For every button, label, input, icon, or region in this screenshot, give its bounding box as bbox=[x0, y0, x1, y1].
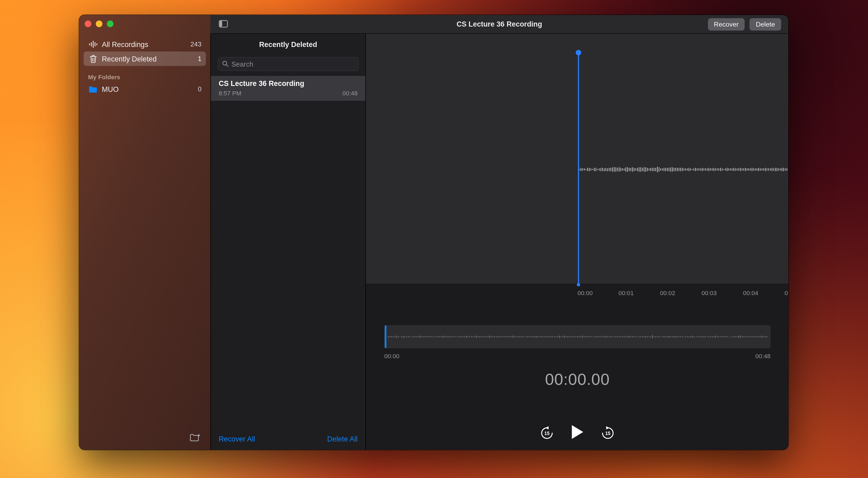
window-title: CS Lecture 36 Recording bbox=[210, 15, 788, 34]
transport-controls: 15 15 bbox=[384, 422, 771, 444]
sidebar: All Recordings 243 Recently Deleted 1 My… bbox=[79, 15, 210, 450]
skip-back-label: 15 bbox=[544, 430, 550, 436]
sidebar-item-count: 0 bbox=[198, 85, 202, 93]
new-folder-icon bbox=[190, 435, 200, 444]
sidebar-item-count: 1 bbox=[198, 55, 202, 63]
overview-scrubber[interactable] bbox=[384, 325, 771, 349]
delete-all-button[interactable]: Delete All bbox=[327, 435, 358, 443]
sidebar-item-folder-muo[interactable]: MUO 0 bbox=[84, 82, 206, 96]
recently-deleted-panel: Recently Deleted CS Lecture 36 Recording… bbox=[210, 34, 366, 450]
sidebar-list: All Recordings 243 Recently Deleted 1 My… bbox=[84, 37, 206, 96]
skip-forward-15-button[interactable]: 15 bbox=[601, 425, 615, 440]
recover-button[interactable]: Recover bbox=[708, 18, 745, 30]
recording-list-item[interactable]: CS Lecture 36 Recording 8:57 PM 00:48 bbox=[211, 76, 365, 101]
close-button[interactable] bbox=[85, 21, 92, 27]
titlebar: CS Lecture 36 Recording Recover Delete bbox=[210, 15, 788, 34]
sidebar-item-label: MUO bbox=[102, 85, 198, 93]
search-input[interactable] bbox=[231, 60, 354, 68]
sidebar-section-header: My Folders bbox=[88, 73, 202, 80]
skip-back-15-button[interactable]: 15 bbox=[540, 425, 554, 440]
play-button[interactable] bbox=[570, 424, 584, 441]
skip-forward-label: 15 bbox=[605, 430, 611, 436]
zoom-button[interactable] bbox=[107, 21, 114, 27]
ruler-label: 00:05 bbox=[784, 290, 788, 296]
ruler-label: 00:02 bbox=[660, 290, 675, 296]
overview-playhead[interactable] bbox=[384, 325, 386, 349]
current-time-display: 00:00.00 bbox=[384, 370, 771, 389]
ruler-label: 00:04 bbox=[743, 290, 758, 296]
ruler-label: 00:03 bbox=[702, 290, 717, 296]
new-folder-button[interactable] bbox=[190, 434, 200, 444]
playhead-handle-bottom bbox=[577, 283, 580, 286]
sidebar-item-label: Recently Deleted bbox=[102, 55, 198, 63]
search-field[interactable] bbox=[218, 57, 359, 71]
playhead-line[interactable] bbox=[578, 52, 579, 285]
ruler-label: 00:01 bbox=[618, 290, 634, 296]
recording-time: 8:57 PM bbox=[219, 90, 241, 96]
trash-icon bbox=[88, 55, 98, 63]
folder-icon bbox=[88, 86, 98, 93]
waveform-detail bbox=[579, 166, 788, 174]
voice-memos-window: All Recordings 243 Recently Deleted 1 My… bbox=[79, 15, 788, 450]
overview-start-time: 00:00 bbox=[384, 353, 399, 360]
recording-duration: 00:48 bbox=[342, 90, 358, 96]
player-panel: 00:00 00:01 00:02 00:03 00:04 00:05 00:0… bbox=[366, 34, 788, 450]
waveform-icon bbox=[88, 40, 98, 48]
sidebar-item-label: All Recordings bbox=[102, 40, 191, 49]
minimize-button[interactable] bbox=[96, 21, 102, 27]
playhead-handle-top[interactable] bbox=[576, 50, 581, 56]
overview-end-time: 00:48 bbox=[755, 353, 771, 360]
delete-button[interactable]: Delete bbox=[750, 18, 781, 30]
desktop-wallpaper: All Recordings 243 Recently Deleted 1 My… bbox=[0, 0, 868, 478]
ruler-label: 00:00 bbox=[578, 290, 593, 296]
sidebar-item-count: 243 bbox=[190, 40, 201, 48]
traffic-lights bbox=[85, 21, 114, 27]
toolbar-buttons: Recover Delete bbox=[708, 18, 781, 30]
sidebar-item-all-recordings[interactable]: All Recordings 243 bbox=[84, 37, 206, 52]
play-icon bbox=[570, 424, 584, 441]
list-footer: Recover All Delete All bbox=[211, 427, 365, 450]
list-panel-title: Recently Deleted bbox=[211, 40, 365, 49]
overview-time-labels: 00:00 00:48 bbox=[384, 353, 771, 360]
recording-title: CS Lecture 36 Recording bbox=[219, 79, 358, 88]
recover-all-button[interactable]: Recover All bbox=[219, 435, 255, 443]
time-ruler: 00:00 00:01 00:02 00:03 00:04 00:05 bbox=[366, 290, 788, 298]
search-icon bbox=[222, 59, 229, 69]
waveform-zoom-area[interactable] bbox=[366, 34, 788, 283]
waveform-overview bbox=[388, 325, 768, 349]
sidebar-item-recently-deleted[interactable]: Recently Deleted 1 bbox=[84, 52, 206, 66]
